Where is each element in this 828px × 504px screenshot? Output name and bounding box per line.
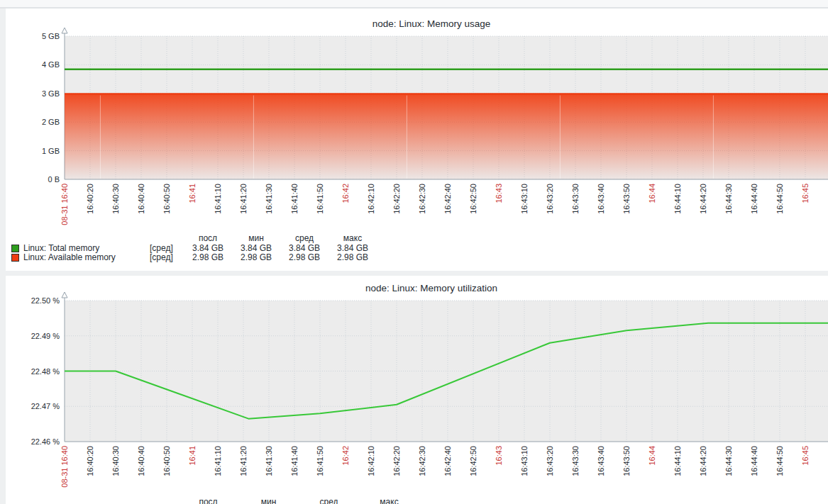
x-axis-tick-label: 16:42:10 xyxy=(367,446,375,476)
x-axis-tick-label: 16:44 xyxy=(648,446,656,466)
x-axis-tick-label: 16:42:10 xyxy=(367,184,375,214)
x-axis-tick-label: 16:42 xyxy=(341,184,350,203)
legend-color-swatch-icon xyxy=(11,254,19,262)
x-axis-tick-label: 16:41:30 xyxy=(265,446,273,476)
legend-stat-value: 3.84 GB xyxy=(184,244,232,254)
y-axis-tick-label: 22.50 % xyxy=(31,296,60,305)
x-axis-tick-label: 16:43:30 xyxy=(571,184,580,214)
y-axis-arrow-icon xyxy=(62,292,67,298)
legend-stat-value: 3.84 GB xyxy=(329,244,377,254)
x-axis-tick-label: 16:40:20 xyxy=(86,184,94,214)
legend-series-label: Linux: Available memory xyxy=(23,253,150,263)
x-axis-tick-label: 08-31 16:40 xyxy=(60,184,69,225)
zabbix-graphs-page: { "page": { "top_bar_color": "#f7f8f9", … xyxy=(0,0,828,504)
x-axis-tick-label: 16:44 xyxy=(648,184,656,203)
y-axis-arrow-icon xyxy=(62,28,67,33)
x-axis-tick-label: 16:43:20 xyxy=(546,184,554,214)
x-axis-tick-label: 16:42:40 xyxy=(443,446,452,476)
legend-function-label: [сред] xyxy=(150,253,184,263)
x-axis-tick-label: 16:44:30 xyxy=(724,184,733,214)
x-axis-tick-label: 16:42:30 xyxy=(418,184,426,214)
memory-utilization-legend: послминсредмакс xyxy=(11,498,419,504)
x-axis-tick-label: 16:41:40 xyxy=(290,446,299,476)
y-axis-tick-label: 22.46 % xyxy=(31,437,60,446)
x-axis-tick-label: 16:41 xyxy=(188,184,197,203)
x-axis-tick-label: 16:41:30 xyxy=(265,184,273,214)
y-axis-tick-label: 2 GB xyxy=(42,118,60,126)
y-axis-tick-label: 22.49 % xyxy=(31,332,60,340)
legend-series-label: Linux: Total memory xyxy=(23,244,150,254)
x-axis-tick-label: 16:41:10 xyxy=(214,184,222,214)
memory-usage-graph-card: node: Linux: Memory usage 5 GB4 GB3 GB2 … xyxy=(6,9,828,271)
x-axis-tick-label: 16:41:50 xyxy=(316,446,324,476)
y-axis-tick-label: 0 B xyxy=(48,175,60,184)
x-axis-tick-label: 16:44:50 xyxy=(775,184,784,214)
x-axis-tick-label: 16:43:50 xyxy=(622,446,631,476)
legend-header-row: послминсредмакс xyxy=(11,498,419,504)
x-axis-tick-label: 16:42:40 xyxy=(443,184,452,214)
legend-stat-value: 3.84 GB xyxy=(280,244,329,254)
memory-utilization-graph-card: node: Linux: Memory utilization 22.50 %2… xyxy=(6,276,828,504)
legend-stat-header: сред xyxy=(280,234,329,244)
legend-stat-value: 3.84 GB xyxy=(232,244,280,254)
x-axis-tick-label: 16:42:50 xyxy=(469,184,478,214)
legend-stat-header: посл xyxy=(178,498,238,504)
x-axis-tick-label: 16:41 xyxy=(188,446,197,466)
legend-stat-header: макс xyxy=(359,498,419,504)
x-axis-tick-label: 16:42:30 xyxy=(418,446,426,476)
x-axis-tick-label: 16:43 xyxy=(495,446,503,466)
legend-stat-header: мин xyxy=(232,234,280,244)
x-axis-tick-label: 16:43:20 xyxy=(546,446,554,476)
legend-stat-header: мин xyxy=(238,498,299,504)
x-axis-tick-label: 16:40:30 xyxy=(111,184,120,214)
legend-color-swatch-icon xyxy=(11,245,19,252)
memory-utilization-plot[interactable]: 22.50 %22.49 %22.48 %22.47 %22.46 %08-31… xyxy=(6,276,828,504)
x-axis-tick-label: 16:43:30 xyxy=(571,446,580,476)
y-axis-tick-label: 4 GB xyxy=(42,60,60,69)
x-axis-tick-label: 08-31 16:40 xyxy=(60,446,69,488)
x-axis-tick-label: 16:40:40 xyxy=(137,446,145,476)
x-axis-tick-label: 16:43:50 xyxy=(622,184,631,214)
x-axis-tick-label: 16:40:20 xyxy=(86,446,94,476)
x-axis-tick-label: 16:40:50 xyxy=(162,184,171,214)
legend-stat-value: 2.98 GB xyxy=(232,253,280,263)
x-axis-tick-label: 16:45 xyxy=(801,446,810,466)
legend-spacer xyxy=(11,238,184,239)
x-axis-tick-label: 16:44:10 xyxy=(673,184,682,214)
x-axis-tick-label: 16:41:20 xyxy=(239,184,248,214)
x-axis-tick-label: 16:44:20 xyxy=(699,184,707,214)
x-axis-tick-label: 16:43:40 xyxy=(597,446,605,476)
x-axis-tick-label: 16:45 xyxy=(801,184,810,203)
top-bar xyxy=(0,0,828,9)
x-axis-tick-label: 16:40:40 xyxy=(137,184,145,214)
x-axis-tick-label: 16:42:20 xyxy=(392,184,401,214)
x-axis-tick-label: 16:43:10 xyxy=(520,184,529,214)
x-axis-tick-label: 16:40:50 xyxy=(162,446,171,476)
x-axis-tick-label: 16:42 xyxy=(341,446,350,466)
y-axis-tick-label: 3 GB xyxy=(42,89,60,98)
legend-stat-header: посл xyxy=(184,234,232,244)
x-axis-tick-label: 16:40:30 xyxy=(111,446,120,476)
x-axis-tick-label: 16:44:30 xyxy=(724,446,733,476)
legend-stat-value: 2.98 GB xyxy=(280,253,329,263)
y-axis-tick-label: 22.47 % xyxy=(31,402,60,410)
legend-stat-header: макс xyxy=(329,234,377,244)
x-axis-tick-label: 16:41:20 xyxy=(239,446,248,476)
x-axis-tick-label: 16:44:50 xyxy=(775,446,784,476)
memory-usage-legend: послминсредмаксLinux: Total memory[сред]… xyxy=(11,234,377,263)
legend-header-row: послминсредмакс xyxy=(11,234,377,244)
x-axis-tick-label: 16:41:10 xyxy=(214,446,222,476)
x-axis-tick-label: 16:41:40 xyxy=(290,184,299,214)
legend-stat-value: 2.98 GB xyxy=(184,253,232,263)
x-axis-tick-label: 16:41:50 xyxy=(316,184,324,214)
legend-stat-header: сред xyxy=(299,498,359,504)
legend-stat-value: 2.98 GB xyxy=(329,253,377,263)
memory-usage-plot[interactable]: 5 GB4 GB3 GB2 GB1 GB0 B08-31 16:4016:40:… xyxy=(6,9,828,271)
x-axis-tick-label: 16:44:40 xyxy=(750,446,758,476)
x-axis-tick-label: 16:42:50 xyxy=(469,446,478,476)
x-axis-tick-label: 16:44:10 xyxy=(673,446,682,476)
legend-function-label: [сред] xyxy=(150,244,184,254)
y-axis-tick-label: 22.48 % xyxy=(31,367,60,376)
legend-spacer xyxy=(11,502,178,503)
y-axis-tick-label: 5 GB xyxy=(42,32,60,40)
